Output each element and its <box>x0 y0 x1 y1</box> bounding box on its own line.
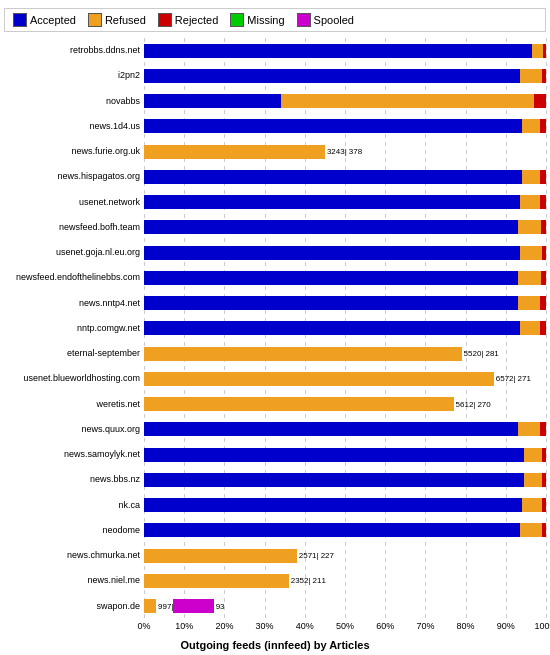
bar-row: 7712292 <box>144 270 546 286</box>
x-tick: 90% <box>497 621 515 631</box>
x-tick: 60% <box>376 621 394 631</box>
bar-segment-refused <box>522 170 540 184</box>
legend-label-refused: Refused <box>105 14 146 26</box>
bar-segment-refused <box>520 246 543 260</box>
legend-item-accepted: Accepted <box>13 13 76 27</box>
x-tick: 70% <box>416 621 434 631</box>
bar-segment-accepted <box>144 271 518 285</box>
legend-color-accepted <box>13 13 27 27</box>
x-tick: 0% <box>137 621 150 631</box>
bar-segment-refused <box>144 599 156 613</box>
y-label: news.furie.org.uk <box>4 147 140 156</box>
bar-segment-rejected <box>540 296 546 310</box>
bar-segment-rejected <box>540 119 546 133</box>
bar-row: 7735347 <box>144 169 546 185</box>
bar-segment-accepted <box>144 246 520 260</box>
bar-val2-inline: 211 <box>311 576 326 585</box>
y-label: newsfeed.endofthelinebbs.com <box>4 273 140 282</box>
bar-row: 71286360 <box>144 68 546 84</box>
bar-wrapper: 5612|270 <box>144 397 546 411</box>
bar-segment-refused <box>520 523 542 537</box>
bar-segment-accepted <box>144 44 532 58</box>
bar-segment-accepted <box>144 69 520 83</box>
legend-item-missing: Missing <box>230 13 284 27</box>
y-label: retrobbs.ddns.net <box>4 46 140 55</box>
bar-segment-refused <box>518 422 540 436</box>
bar-row: 3243|378 <box>144 144 546 160</box>
legend: AcceptedRefusedRejectedMissingSpooled <box>4 8 546 32</box>
bar-segment-refused <box>520 321 541 335</box>
bar-row: 7783447 <box>144 118 546 134</box>
legend-item-rejected: Rejected <box>158 13 218 27</box>
bar-segment-rejected <box>542 448 546 462</box>
bar-row: 7650292 <box>144 245 546 261</box>
bar-row: 7055229 <box>144 522 546 538</box>
bar-segment-refused <box>144 574 289 588</box>
bar-segment-refused <box>524 448 542 462</box>
legend-label-accepted: Accepted <box>30 14 76 26</box>
legend-label-missing: Missing <box>247 14 284 26</box>
legend-label-rejected: Rejected <box>175 14 218 26</box>
y-label: nk.ca <box>4 501 140 510</box>
x-tick: 20% <box>215 621 233 631</box>
y-label: weretis.net <box>4 400 140 409</box>
bar-segment-rejected <box>540 422 546 436</box>
bar-wrapper: 71286360 <box>144 69 546 83</box>
bar-row: 5612|270 <box>144 396 546 412</box>
bar-row: 74227262 <box>144 43 546 59</box>
bar-segment-accepted <box>144 498 522 512</box>
bar-wrapper: 7837241 <box>144 498 546 512</box>
y-label: usenet.network <box>4 198 140 207</box>
y-label: newsfeed.bofh.team <box>4 223 140 232</box>
bar-segment-rejected <box>541 271 546 285</box>
legend-color-missing <box>230 13 244 27</box>
bar-row: 74112235 <box>144 93 546 109</box>
bar-segment-accepted <box>144 119 522 133</box>
bar-segment-accepted <box>144 422 518 436</box>
legend-item-spooled: Spooled <box>297 13 354 27</box>
x-tick: 10% <box>175 621 193 631</box>
bar-value-inline: 2571| <box>297 551 319 560</box>
bar-segment-rejected <box>540 170 546 184</box>
bar-wrapper: 7712292 <box>144 271 546 285</box>
bar-segment-rejected <box>542 523 546 537</box>
y-label: news.nntp4.net <box>4 299 140 308</box>
bar-wrapper: 997|93 <box>144 599 546 613</box>
bar-val2-inline: 281 <box>483 349 498 358</box>
y-label: i2pn2 <box>4 71 140 80</box>
bar-row: 7658286 <box>144 320 546 336</box>
bar-segment-accepted <box>144 523 520 537</box>
bar-segment-rejected <box>542 498 546 512</box>
bar-segment-rejected <box>540 321 546 335</box>
bar-segment-rejected <box>541 220 546 234</box>
bar-val2-inline: 271 <box>516 374 531 383</box>
bar-row: 5520|281 <box>144 346 546 362</box>
bar-segment-accepted <box>144 220 518 234</box>
bar-wrapper: 3243|378 <box>144 145 546 159</box>
bar-segment-refused <box>524 473 542 487</box>
bar-wrapper: 2571|227 <box>144 549 546 563</box>
x-tick: 40% <box>296 621 314 631</box>
bar-value-inline: 3243| <box>325 147 347 156</box>
bar-row: 7366263 <box>144 421 546 437</box>
bar-wrapper: 7808257 <box>144 473 546 487</box>
bar-segment-refused <box>518 220 541 234</box>
bar-segment-refused <box>518 271 541 285</box>
bar-segment-rejected <box>534 94 546 108</box>
legend-color-refused <box>88 13 102 27</box>
y-labels: retrobbs.ddns.neti2pn2novabbsnews.1d4.us… <box>4 38 144 619</box>
bar-segment-rejected <box>540 195 546 209</box>
legend-color-rejected <box>158 13 172 27</box>
bar-val2-inline: 270 <box>475 400 490 409</box>
x-axis: 0%10%20%30%40%50%60%70%80%90%100% <box>4 621 546 637</box>
bar-value-inline: 6572| <box>494 374 516 383</box>
y-label: usenet.blueworldhosting.com <box>4 374 140 383</box>
bar-wrapper: 7779258 <box>144 448 546 462</box>
bar-segment-refused <box>518 296 541 310</box>
x-tick: 100% <box>534 621 550 631</box>
bar-wrapper: 2352|211 <box>144 574 546 588</box>
bar-wrapper: 5520|281 <box>144 347 546 361</box>
bar-row: 7322302 <box>144 219 546 235</box>
bar-row: 6572|271 <box>144 371 546 387</box>
bars-and-grid: 74227262712863607411223577834473243|3787… <box>144 38 546 619</box>
